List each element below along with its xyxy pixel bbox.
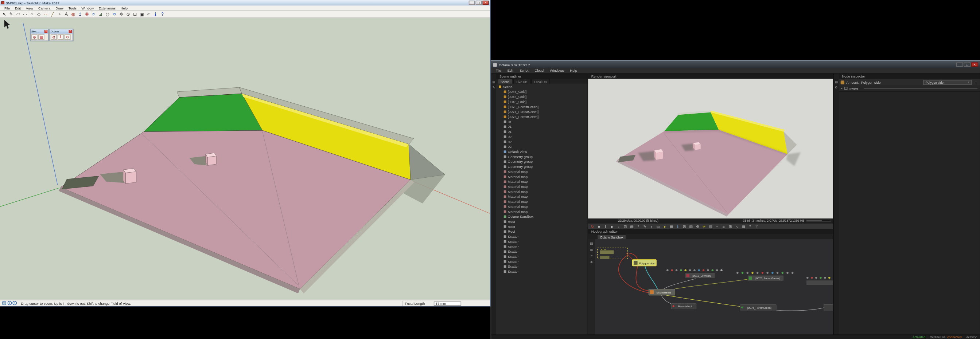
save-render-icon[interactable]: ↓	[616, 224, 621, 229]
node-port[interactable]	[815, 277, 817, 279]
menu-edit[interactable]: Edit	[13, 6, 23, 10]
outliner-item-material-map[interactable]: Material map	[496, 204, 587, 209]
outliner-item-01[interactable]: 01	[496, 129, 587, 135]
outliner-item-scatter[interactable]: Scatter	[496, 264, 587, 269]
minimize-icon[interactable]: –	[956, 62, 963, 67]
outliner-item-01[interactable]: 01	[496, 119, 587, 124]
outliner-item-02[interactable]: 02	[496, 144, 587, 149]
lock-resolution-icon[interactable]: ⊠	[682, 224, 687, 229]
node-port[interactable]	[776, 272, 778, 274]
environment-icon[interactable]: ☀	[702, 224, 706, 229]
outliner-item-scatter[interactable]: Scatter	[496, 234, 587, 239]
node-port[interactable]	[601, 249, 602, 250]
node-port[interactable]	[741, 272, 743, 274]
outliner-item-material-map[interactable]: Material map	[496, 179, 587, 184]
menu-script[interactable]: Script	[517, 69, 531, 73]
text-icon[interactable]: A	[63, 11, 69, 17]
render-play-icon[interactable]: ▶	[609, 224, 615, 229]
mini-node[interactable]	[600, 250, 614, 254]
outliner-item-02[interactable]: 02	[496, 139, 587, 144]
info-icon[interactable]: ℹ	[7, 301, 12, 305]
outliner-item-material-map[interactable]: Material map	[496, 184, 587, 189]
outliner-item-scatter[interactable]: Scatter	[496, 269, 587, 274]
node-mix-material[interactable]: Mix material	[649, 289, 675, 295]
node-port[interactable]	[737, 272, 738, 274]
outliner-item-default-view[interactable]: Default View	[496, 149, 587, 154]
preferences-icon[interactable]: *	[748, 224, 752, 229]
node-port[interactable]	[741, 307, 743, 309]
pan-icon[interactable]: ✥	[118, 11, 124, 17]
node-port[interactable]	[698, 269, 700, 271]
outliner-item--0046-gold-[interactable]: [0046_Gold]	[496, 89, 587, 94]
expander-icon[interactable]: ▸	[841, 87, 842, 90]
node-port[interactable]	[694, 269, 695, 271]
outliner-item-geometry-group[interactable]: Geometry group	[496, 164, 587, 170]
node-crimson[interactable]: [0019_Crimson]	[685, 273, 715, 278]
menu-extensions[interactable]: Extensions	[96, 6, 118, 10]
octane-refresh-icon[interactable]: ↻	[65, 34, 71, 39]
node-port[interactable]	[824, 277, 826, 279]
octane-palette-titlebar[interactable]: Octane ✕	[50, 30, 73, 33]
node-port[interactable]	[811, 277, 813, 279]
camera-settings-icon[interactable]: ⚙	[695, 224, 700, 229]
white-balance-picker-icon[interactable]: ◐	[649, 224, 654, 229]
snap-grid-icon[interactable]: #	[589, 253, 594, 258]
line-icon[interactable]: ✎	[8, 11, 14, 17]
outliner-item-scatter[interactable]: Scatter	[496, 249, 587, 254]
outliner-item-material-map[interactable]: Material map	[496, 209, 587, 214]
zoom-icon[interactable]: ⊙	[125, 11, 131, 17]
help-icon[interactable]: ?	[13, 301, 17, 305]
outliner-item-root[interactable]: Root	[496, 229, 587, 234]
node-clipped[interactable]	[806, 280, 833, 285]
node-port[interactable]	[684, 269, 686, 271]
camera-focus-icon[interactable]: ⌖	[636, 224, 641, 229]
copy-render-icon[interactable]: ⊡	[623, 224, 628, 229]
node-port[interactable]	[766, 272, 768, 274]
pan-tool-icon[interactable]: ✥	[589, 260, 594, 265]
zoom-extents-icon[interactable]: ▣	[139, 11, 145, 17]
node-port[interactable]	[757, 272, 758, 274]
paint-bucket-icon[interactable]: ◍	[70, 11, 76, 17]
node-port[interactable]	[819, 277, 821, 279]
sketchucation-tools-icon[interactable]: ⚙	[31, 34, 38, 39]
sketchucation-grid-icon[interactable]: ▦	[38, 34, 45, 39]
node-clipped[interactable]	[824, 305, 833, 310]
node-port[interactable]	[667, 269, 668, 271]
film-settings-icon[interactable]: ▥	[688, 224, 694, 229]
rotate-icon[interactable]: ↻	[91, 11, 97, 17]
node-port[interactable]	[751, 272, 753, 274]
node-port[interactable]	[671, 269, 673, 271]
material-picker-icon[interactable]: ✎	[643, 224, 648, 229]
menu-window[interactable]: Window	[79, 6, 96, 10]
octane-titlebar[interactable]: Octane 3.07 TEST 7 – ▢ ✕	[491, 60, 980, 68]
outliner-item-material-map[interactable]: Material map	[496, 189, 587, 194]
tab-live-db[interactable]: Live DB	[513, 79, 530, 84]
node-port[interactable]	[721, 269, 722, 271]
node-port[interactable]	[605, 249, 606, 250]
node-port[interactable]	[716, 269, 718, 271]
outliner-item--0046-gold-[interactable]: [0046_Gold]	[496, 100, 587, 105]
node-port[interactable]	[828, 277, 830, 279]
outliner-item-02[interactable]: 02	[496, 135, 587, 139]
node-port[interactable]	[680, 269, 682, 271]
node-port[interactable]	[807, 277, 808, 279]
outliner-item-scatter[interactable]: Scatter	[496, 259, 587, 264]
outliner-item-material-map[interactable]: Material map	[496, 199, 587, 204]
imager-icon[interactable]: ▧	[708, 224, 713, 229]
outliner-edit-icon[interactable]: ✎	[492, 86, 495, 89]
render-pause-icon[interactable]: ‖	[603, 224, 608, 229]
outliner-item-geometry-group[interactable]: Geometry group	[496, 154, 587, 159]
outliner-item-octane-sandbox[interactable]: Octane Sandbox	[496, 214, 587, 219]
mini-node[interactable]	[600, 256, 609, 259]
menu-camera[interactable]: Camera	[36, 6, 53, 10]
node-port[interactable]	[689, 269, 691, 271]
outliner-item-scatter[interactable]: Scatter	[496, 244, 587, 249]
node-forestgreen-top[interactable]: [0075_ForestGreen]	[748, 275, 783, 281]
outliner-item-scatter[interactable]: Scatter	[496, 254, 587, 259]
polygon-side-dropdown[interactable]: Polygon side ▾	[923, 80, 972, 85]
octane-pause-icon[interactable]: ‖	[57, 34, 64, 39]
nodes-palette-icon[interactable]: ▦	[589, 241, 594, 246]
outliner-item-scene[interactable]: Scene	[496, 84, 587, 89]
node-port[interactable]	[676, 269, 678, 271]
scale-icon[interactable]: ⊿	[97, 11, 103, 17]
